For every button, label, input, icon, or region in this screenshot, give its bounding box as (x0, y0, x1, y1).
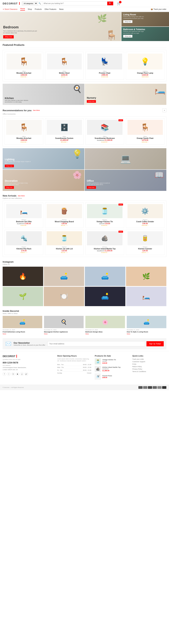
new-arrival-8[interactable]: 🥫 Kitchen Kitchen Canister £29.00 ★★★☆☆ (126, 230, 165, 255)
product-name: Molten Stool (47, 72, 82, 74)
instagram-item-3[interactable]: 🛋️ (85, 267, 125, 286)
nav-products[interactable]: Products (35, 8, 41, 10)
featured-product-1[interactable]: 🪑 Office Wooden Armchair £459.00 ★★★★☆ (4, 52, 43, 80)
instagram-item-4[interactable]: 🌿 (126, 267, 167, 286)
reco-product-1[interactable]: 🪑 Office Wooden Armchair £459.00 ★★★★☆ (4, 118, 43, 144)
footer-sale-item-3[interactable]: 🚿 Faucet Prices £49.00 (95, 374, 129, 380)
instagram-item-2[interactable]: 🛋️ (44, 267, 84, 286)
instagram-item-1[interactable]: 🔥 (3, 267, 43, 286)
track-order[interactable]: 📦 Track your order (151, 8, 166, 10)
product-stars: ★★★☆☆ (47, 76, 82, 78)
recommendations-see-more[interactable]: See More (33, 110, 40, 111)
office-shop-btn[interactable]: Shop now (87, 186, 96, 189)
new-arrival-2[interactable]: 🪵 Kitchen Wood Chopping Board £39.00 ★★★… (45, 202, 84, 228)
office-banner-subtitle: Create a productive space to work at hom… (87, 182, 113, 186)
cart-wrapper[interactable]: 🛒 1 (117, 2, 121, 6)
footer-hours-title: Store Opening Hours (57, 355, 91, 357)
featured-product-3[interactable]: 💺 Office Preston Chair £999.00 ★★★★★ (85, 52, 124, 80)
payment-icon-1 (138, 386, 143, 389)
newsletter-email-input[interactable] (47, 341, 145, 346)
hero-bathroom-subtitle: Refresh your bathroom with style and fas… (123, 31, 146, 34)
nav-shop[interactable]: Shop (28, 8, 32, 10)
product-category: Office (87, 70, 122, 72)
footer-link-terms[interactable]: Terms & Conditions (132, 371, 166, 372)
footer-link-faq[interactable]: FAQs (132, 363, 166, 365)
reco-product-2[interactable]: 🗄️ Office Scandinavian System £1,609.00 … (45, 118, 84, 144)
office-banner-title: Office (87, 180, 113, 182)
footer-grid: DECORIST Quotation items are out right 8… (3, 355, 166, 381)
new-arrival-1[interactable]: 🛏️ Kitchen Bedroom Set Offer £1,869.00 £… (4, 202, 43, 228)
google-plus-icon[interactable]: g+ (25, 372, 28, 376)
hero-bathroom-btn[interactable]: Shop now (123, 35, 132, 38)
featured-title: Featured Products (3, 44, 166, 48)
instagram-item-7[interactable]: 🛋️ (85, 287, 125, 306)
reco-next-arrow[interactable]: › (163, 108, 166, 112)
recommendations-section: Recommendations for you See More › Offic… (0, 107, 169, 148)
featured-product-2[interactable]: 🪑 Office Molten Stool £249.00 ★★★☆☆ (45, 52, 84, 80)
recommendations-title: Recommendations for you (3, 109, 31, 112)
blog-section: Inside Decorist News, Offers & Ideas 🛋️ … (0, 308, 169, 336)
payment-icon-4 (153, 386, 157, 389)
search-input[interactable] (42, 2, 107, 5)
hero-main-subtitle: Turn a bedroom into a sanctuary, the pro… (3, 30, 38, 34)
reco-product-3[interactable]: SALE 📚 Office Scandinavian Bookcase £1,2… (85, 118, 124, 144)
banner-office: 📖 Office Create a productive space to wo… (85, 170, 166, 191)
footer-link-track[interactable]: Track your order (132, 358, 166, 360)
product-price: £999.00 (87, 74, 122, 76)
blog-post-3[interactable]: 🌸 November 27, 2019 Bedroom Design Ideas… (85, 316, 125, 335)
footer-sale-item-1[interactable]: 🫙 Vintage Kitchen Tin £29.00 £19.00 (95, 358, 129, 364)
newsletter-signup-btn[interactable]: Sign Up Today! (147, 341, 164, 346)
new-arrival-6[interactable]: 🫙 Kitchen Kitchen Jar with Lid £19.00 ★★… (45, 230, 84, 255)
hero-living-room-btn[interactable]: Shop now (123, 20, 132, 23)
footer-link-support[interactable]: Customer Support (132, 361, 166, 362)
nav-news[interactable]: News (59, 8, 64, 10)
instagram-grid: 🔥 🛋️ 🛋️ 🌿 🌱 🍽️ 🛋️ 🛏️ (3, 267, 166, 306)
reco-product-4[interactable]: 🪑 Office Orange Suede Chair £279.00 ★★★★… (126, 118, 165, 144)
instagram-item-6[interactable]: 🍽️ (44, 287, 84, 306)
pinterest-icon[interactable]: p (20, 372, 24, 376)
footer-link-return[interactable]: Return Policy (132, 366, 166, 368)
nursery-shop-btn[interactable]: Shop now (87, 100, 96, 103)
blog-post-4[interactable]: 🛋️ November 17, 2019 How To Style A Livi… (127, 316, 166, 335)
decoration-shop-btn[interactable]: Shop now (5, 186, 14, 189)
new-arrivals-see-more[interactable]: See More (18, 195, 25, 197)
nav-home[interactable]: Home (20, 8, 25, 10)
footer-link-privacy[interactable]: Privacy Policy (132, 368, 166, 370)
logo[interactable]: DECORIST (3, 2, 20, 5)
new-arrivals-subtitle: Explore our new collections (3, 198, 166, 199)
blog-post-1[interactable]: 🛋️ November 21, 2019 Fresh Bohemian Livi… (3, 316, 42, 335)
nav-stock-clearance[interactable]: ✕ ✕ Stock ClearanceStock Clearance (3, 8, 17, 10)
hero-living-room-title: Living Room (123, 14, 146, 16)
blog-subtitle: News, Offers & Ideas (3, 313, 166, 314)
footer-hours-row-1: Mon - Tue 09:00 - 21:00 (57, 363, 91, 366)
kitchen-banner-title: Kitchen (5, 97, 33, 100)
newsletter-icon: ✉️ (5, 341, 11, 347)
blog-grid: 🛋️ November 21, 2019 Fresh Bohemian Livi… (3, 316, 166, 335)
payment-icon-2 (143, 386, 147, 389)
footer-hours-row-2: Wed - Thu 09:00 - 21:00 (57, 366, 91, 369)
instagram-item-5[interactable]: 🌱 (3, 287, 43, 306)
twitter-icon[interactable]: t (7, 372, 10, 376)
nursery-banner-title: Nursery (87, 96, 96, 99)
facebook-icon[interactable]: f (3, 372, 6, 376)
footer-phone[interactable]: 800-1234-5678 (3, 361, 54, 364)
banner-decoration: 🌸 Decoration Refresh your space and make… (3, 170, 84, 191)
new-arrival-3[interactable]: SALE 🫙 Kitchen Vintage Kitchen Tin £29.0… (85, 202, 124, 228)
blog-post-2[interactable]: 🍳 November 21, 2019 Massagram Kitchen Ap… (44, 316, 84, 335)
hero-main-btn[interactable]: Shop now (3, 35, 14, 38)
featured-product-4[interactable]: 💡 Lighting Orange Floor Lamp £329.00 ★★★… (126, 52, 165, 80)
instagram-icon[interactable]: in (11, 372, 15, 376)
top-nav: ✕ ✕ Stock ClearanceStock Clearance Home … (0, 7, 169, 12)
nav-other-features[interactable]: Other Features (44, 8, 56, 10)
instagram-item-8[interactable]: 🛏️ (126, 287, 167, 306)
footer-social-icons: f t in ▶ p g+ (3, 372, 54, 376)
footer-sale-item-2[interactable]: 🪨 Kitchen Island Marble Top £2,288.00 £1… (95, 366, 129, 372)
search-category-select[interactable]: All categories (22, 2, 37, 5)
youtube-icon[interactable]: ▶ (16, 372, 19, 376)
new-arrival-7[interactable]: SALE 🪨 Kitchen Kitchen Island Marble Top… (85, 230, 124, 255)
new-arrival-5[interactable]: 🔩 Kitchen Kitchen Pan Rack £79.00 ★★★☆☆ (4, 230, 43, 255)
lighting-shop-btn[interactable]: Shop now (5, 164, 14, 167)
footer-links-title: Quick Links (132, 355, 166, 357)
new-arrival-4[interactable]: ⚙️ Kitchen Crank Coffee Grinder £49.00 ★… (126, 202, 165, 228)
search-button[interactable]: 🔍 (107, 2, 113, 5)
